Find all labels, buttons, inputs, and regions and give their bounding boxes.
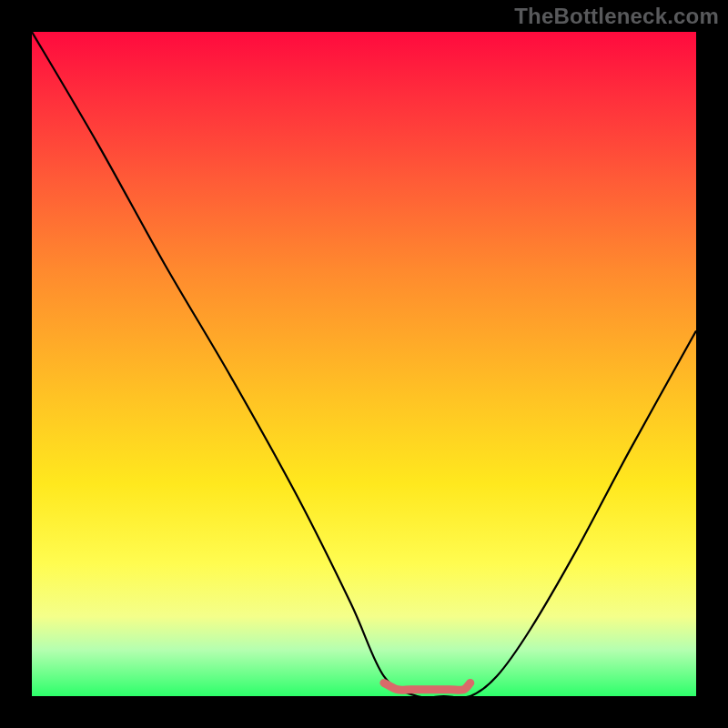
chart-svg — [32, 32, 696, 696]
bottom-marker — [384, 682, 470, 690]
watermark-text: TheBottleneck.com — [514, 4, 719, 29]
chart-frame: TheBottleneck.com — [0, 0, 728, 728]
plot-area — [32, 32, 696, 696]
curve-line — [32, 32, 696, 696]
